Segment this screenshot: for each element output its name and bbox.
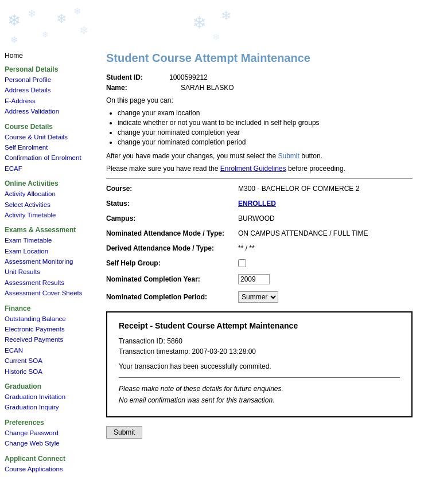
self-help-label: Self Help Group:	[106, 259, 238, 267]
sidebar-item-exam-location[interactable]: Exam Location	[5, 246, 90, 256]
guideline-text-1: Please make sure you have read the	[106, 165, 218, 173]
svg-text:❄: ❄	[212, 32, 220, 42]
section-title-finance: Finance	[5, 304, 90, 312]
form-section: Course: M300 - BACHELOR OF COMMERCE 2 St…	[106, 185, 413, 303]
sidebar-item-historic-soa[interactable]: Historic SOA	[5, 366, 90, 377]
sidebar-item-personal-profile[interactable]: Personal Profile	[5, 75, 90, 85]
guidelines-text: Please make sure you have read the Enrol…	[106, 165, 413, 173]
student-id-row: Student ID: 1000599212	[106, 73, 413, 81]
guideline-text-2: before proceeding.	[288, 165, 345, 173]
course-label: Course:	[106, 185, 238, 193]
completion-period-row: Nominated Completion Period: Summer Autu…	[106, 291, 413, 303]
bullet-2: indicate whether or not you want to be i…	[118, 119, 413, 127]
sidebar-item-course-unit-details[interactable]: Course & Unit Details	[5, 132, 90, 142]
section-title-applicant-connect: Applicant Connect	[5, 455, 90, 463]
sidebar-item-assessment-results[interactable]: Assessment Results	[5, 278, 90, 288]
completion-period-label: Nominated Completion Period:	[106, 293, 238, 301]
sidebar-item-activity-allocation[interactable]: Activity Allocation	[5, 189, 90, 199]
home-link[interactable]: Home	[5, 52, 90, 60]
svg-text:❄: ❄	[7, 11, 21, 29]
transaction-id-row: Transaction ID: 5860	[119, 337, 400, 345]
after-text-2: button.	[301, 152, 322, 160]
transaction-id-label: Transaction ID:	[119, 337, 165, 345]
completion-year-input[interactable]	[238, 274, 270, 284]
receipt-title: Receipt - Student Course Attempt Mainten…	[119, 321, 400, 330]
section-title-graduation: Graduation	[5, 382, 90, 390]
self-help-row: Self Help Group:	[106, 259, 413, 267]
sidebar-section-finance: Finance Outstanding Balance Electronic P…	[5, 304, 90, 377]
attendance-mode-value: ON CAMPUS ATTENDANCE / FULL TIME	[238, 229, 368, 237]
sidebar-item-graduation-inquiry[interactable]: Graduation Inquiry	[5, 402, 90, 412]
transaction-id-value: 5860	[167, 337, 182, 345]
sidebar-item-address-details[interactable]: Address Details	[5, 85, 90, 95]
derived-attendance-label: Derived Attendance Mode / Type:	[106, 244, 238, 252]
timestamp-value: 2007-03-20 13:28:00	[192, 347, 256, 355]
sidebar-item-change-password[interactable]: Change Password	[5, 428, 90, 438]
sidebar-item-self-enrolment[interactable]: Self Enrolment	[5, 142, 90, 153]
sidebar-item-graduation-invitation[interactable]: Graduation Invitation	[5, 392, 90, 402]
note-text-1: Please make note of these details for fu…	[119, 385, 400, 393]
completion-year-label: Nominated Completion Year:	[106, 275, 238, 283]
sidebar-item-received-payments[interactable]: Received Payments	[5, 334, 90, 345]
header-decoration: ❄ ❄ ❄	[106, 6, 336, 52]
campus-value: BURWOOD	[238, 214, 275, 222]
submit-button[interactable]: Submit	[106, 426, 142, 439]
bullet-1: change your exam location	[118, 109, 413, 117]
sidebar-item-exam-timetable[interactable]: Exam Timetable	[5, 235, 90, 245]
sidebar-section-preferences: Preferences Change Password Change Web S…	[5, 419, 90, 449]
sidebar-item-change-web-style[interactable]: Change Web Style	[5, 438, 90, 448]
status-value[interactable]: ENROLLED	[238, 200, 276, 208]
svg-text:❄: ❄	[79, 24, 89, 37]
page-title: Student Course Attempt Maintenance	[106, 52, 413, 65]
section-title-preferences: Preferences	[5, 419, 90, 427]
student-id-value: 1000599212	[169, 73, 208, 81]
submit-link[interactable]: Submit	[278, 152, 299, 160]
sidebar-item-unit-results[interactable]: Unit Results	[5, 267, 90, 277]
sidebar-item-confirmation-enrolment[interactable]: Confirmation of Enrolment	[5, 153, 90, 163]
course-value: M300 - BACHELOR OF COMMERCE 2	[238, 185, 359, 193]
derived-attendance-value: ** / **	[238, 244, 255, 252]
enrolment-guidelines-link[interactable]: Enrolment Guidelines	[220, 165, 286, 173]
success-message: Your transaction has been successfully c…	[119, 362, 400, 370]
sidebar-item-ecaf[interactable]: ECAF	[5, 163, 90, 174]
self-help-checkbox[interactable]	[238, 259, 246, 267]
sidebar: ❄ ❄ ❄ ❄ ❄ ❄ ❄ Home Personal Details Pers…	[0, 0, 95, 504]
sidebar-item-current-soa[interactable]: Current SOA	[5, 355, 90, 366]
svg-text:❄: ❄	[28, 8, 36, 19]
sidebar-item-select-activities[interactable]: Select Activities	[5, 200, 90, 210]
sidebar-section-online-activities: Online Activities Activity Allocation Se…	[5, 179, 90, 220]
sidebar-item-assessment-monitoring[interactable]: Assessment Monitoring	[5, 256, 90, 267]
sidebar-item-e-address[interactable]: E-Address	[5, 96, 90, 106]
sidebar-item-outstanding-balance[interactable]: Outstanding Balance	[5, 314, 90, 324]
after-text-1: After you have made your changes, you mu…	[106, 152, 276, 160]
sidebar-section-exams-assessment: Exams & Assessment Exam Timetable Exam L…	[5, 226, 90, 298]
sidebar-section-course-details: Course Details Course & Unit Details Sel…	[5, 123, 90, 174]
completion-year-row: Nominated Completion Year:	[106, 274, 413, 284]
sidebar-item-address-validation[interactable]: Address Validation	[5, 106, 90, 116]
svg-text:❄: ❄	[56, 11, 67, 26]
bullet-3: change your nominated completion year	[118, 128, 413, 136]
note-text-2: No email confirmation was sent for this …	[119, 396, 400, 404]
name-row: Name: SARAH BLASKO	[106, 84, 413, 92]
sidebar-item-course-applications[interactable]: Course Applications	[5, 464, 90, 474]
sidebar-item-electronic-payments[interactable]: Electronic Payments	[5, 324, 90, 334]
svg-text:❄: ❄	[221, 9, 231, 23]
sidebar-item-activity-timetable[interactable]: Activity Timetable	[5, 210, 90, 220]
intro-text: On this page you can:	[106, 96, 413, 104]
name-value: SARAH BLASKO	[181, 84, 234, 92]
receipt-box: Receipt - Student Course Attempt Mainten…	[106, 311, 413, 417]
sidebar-section-applicant-connect: Applicant Connect Course Applications	[5, 455, 90, 474]
attendance-mode-row: Nominated Attendance Mode / Type: ON CAM…	[106, 229, 413, 237]
completion-period-select[interactable]: Summer Autumn Winter Spring	[238, 291, 278, 303]
sidebar-decoration: ❄ ❄ ❄ ❄ ❄ ❄ ❄	[5, 6, 94, 52]
sidebar-item-assessment-cover-sheets[interactable]: Assessment Cover Sheets	[5, 288, 90, 298]
timestamp-label: Transaction timestamp:	[119, 347, 190, 355]
name-label: Name:	[106, 84, 164, 92]
divider-1	[106, 178, 413, 179]
status-row: Status: ENROLLED	[106, 200, 413, 208]
section-title-personal-details: Personal Details	[5, 65, 90, 73]
main-content: ❄ ❄ ❄ Student Course Attempt Maintenance…	[95, 0, 424, 504]
sidebar-section-graduation: Graduation Graduation Invitation Graduat…	[5, 382, 90, 413]
sidebar-item-ecan[interactable]: ECAN	[5, 345, 90, 355]
campus-label: Campus:	[106, 214, 238, 222]
